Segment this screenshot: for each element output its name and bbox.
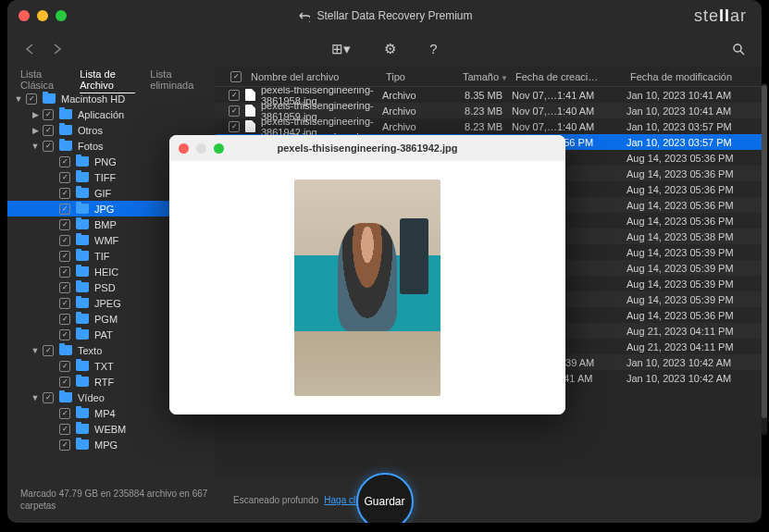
col-type[interactable]: Tipo bbox=[382, 71, 445, 82]
back-icon[interactable] bbox=[24, 43, 37, 56]
status-bar: Marcado 47.79 GB en 235884 archivo en 66… bbox=[7, 476, 762, 523]
preview-maximize-icon[interactable] bbox=[214, 143, 224, 154]
title-bar: Stellar Data Recovery Premium stellar bbox=[7, 0, 762, 31]
column-header: ✓ Nombre del archivo Tipo Tamaño▼ Fecha … bbox=[216, 67, 762, 87]
tab-file[interactable]: Lista de Archivo bbox=[80, 68, 135, 93]
preview-image bbox=[294, 179, 440, 396]
deep-scan-label: Escaneado profundo bbox=[233, 495, 318, 505]
tab-classic[interactable]: Lista Clásica bbox=[20, 68, 65, 93]
preview-minimize-icon[interactable] bbox=[196, 143, 206, 154]
col-size[interactable]: Tamaño▼ bbox=[445, 71, 512, 82]
preview-titlebar: pexels-thisisengineering-3861942.jpg bbox=[169, 135, 565, 161]
select-all-checkbox[interactable]: ✓ bbox=[230, 71, 242, 82]
tree-item-webm[interactable]: ✓WEBM bbox=[7, 421, 216, 437]
close-icon[interactable] bbox=[19, 10, 30, 21]
status-text: Marcado 47.79 GB en 235884 archivo en 66… bbox=[20, 488, 215, 512]
undo-icon[interactable] bbox=[296, 9, 309, 22]
grid-view-icon[interactable]: ⊞▾ bbox=[331, 41, 351, 57]
preview-body bbox=[169, 161, 565, 414]
scrollbar[interactable] bbox=[762, 83, 767, 435]
forward-icon[interactable] bbox=[50, 43, 63, 56]
preview-close-icon[interactable] bbox=[179, 143, 189, 154]
app-title: Stellar Data Recovery Premium bbox=[296, 9, 472, 22]
window-controls bbox=[19, 10, 67, 21]
col-modified[interactable]: Fecha de modificación bbox=[626, 71, 762, 82]
col-name[interactable]: Nombre del archivo bbox=[247, 71, 382, 82]
svg-point-0 bbox=[734, 44, 741, 52]
tools-icon[interactable]: ⚙ bbox=[384, 41, 396, 57]
tree-item-macintosh hd[interactable]: ▼✓Macintosh HD bbox=[7, 91, 216, 106]
maximize-icon[interactable] bbox=[56, 10, 67, 21]
save-button[interactable]: Guardar bbox=[356, 473, 414, 523]
preview-title: pexels-thisisengineering-3861942.jpg bbox=[277, 142, 457, 154]
tree-item-mpg[interactable]: ✓MPG bbox=[7, 437, 216, 452]
minimize-icon[interactable] bbox=[37, 10, 48, 21]
sidebar-tabs: Lista Clásica Lista de Archivo Lista eli… bbox=[7, 70, 216, 91]
tab-deleted[interactable]: Lista eliminada bbox=[150, 68, 203, 93]
help-icon[interactable]: ? bbox=[429, 41, 437, 57]
preview-window[interactable]: pexels-thisisengineering-3861942.jpg bbox=[169, 135, 565, 414]
tree-item-aplicación[interactable]: ▶✓Aplicación bbox=[7, 106, 216, 122]
col-created[interactable]: Fecha de creaci… bbox=[512, 71, 626, 82]
toolbar: ⊞▾ ⚙ ? bbox=[7, 31, 762, 67]
search-icon[interactable] bbox=[732, 43, 745, 56]
brand-logo: stellar bbox=[694, 6, 747, 26]
